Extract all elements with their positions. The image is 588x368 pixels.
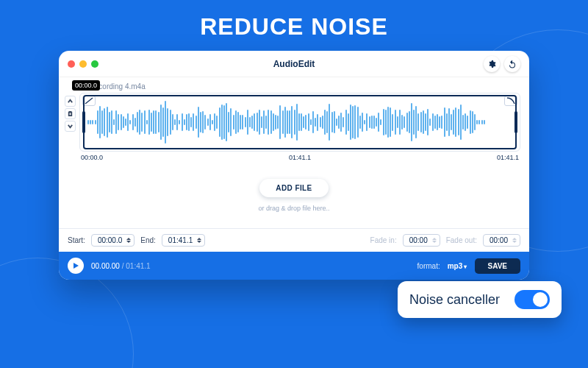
dropzone[interactable]: ADD FILE or drag & drop file here.. xyxy=(59,166,529,228)
time-current: 00.00.00 xyxy=(91,262,120,270)
fadein-label: Fade in: xyxy=(370,236,397,244)
noise-canceller-toggle[interactable] xyxy=(514,290,550,309)
titlebar: AudioEdit xyxy=(59,51,529,77)
noise-canceller-label: Noise canceller xyxy=(409,292,500,308)
time-total: 01:41.1 xyxy=(126,262,150,270)
hover-timestamp-badge: 00:00.0 xyxy=(72,80,100,91)
file-tabs: ew Recording 4.m4a xyxy=(59,77,529,93)
app-title: AudioEdit xyxy=(59,59,529,69)
fadein-stepper[interactable]: 00:00 xyxy=(403,234,440,247)
move-down-button[interactable] xyxy=(65,121,76,132)
end-time-value: 01:41.1 xyxy=(165,236,196,244)
start-time-stepper[interactable]: 00:00.0 xyxy=(91,234,135,247)
fadein-value: 00:00 xyxy=(406,236,431,244)
noise-canceller-card: Noise canceller xyxy=(398,281,562,318)
stepper-arrows-icon xyxy=(512,238,517,243)
format-label: format: xyxy=(417,262,440,270)
fadeout-value: 00:00 xyxy=(487,236,511,244)
play-icon xyxy=(72,262,79,269)
play-button[interactable] xyxy=(68,258,84,274)
stepper-arrows-icon xyxy=(432,238,437,243)
fadeout-label: Fade out: xyxy=(446,236,477,244)
start-label: Start: xyxy=(68,236,85,244)
waveform-area[interactable] xyxy=(79,93,520,152)
delete-button[interactable] xyxy=(65,108,76,119)
start-time-value: 00:00.0 xyxy=(95,236,125,244)
stepper-arrows-icon xyxy=(126,238,131,243)
dropzone-hint: or drag & drop file here.. xyxy=(59,205,529,212)
timeline-mid: 01:41.1 xyxy=(289,154,311,161)
end-time-stepper[interactable]: 01:41.1 xyxy=(162,234,205,247)
waveform xyxy=(87,93,512,151)
save-button[interactable]: SAVE xyxy=(475,258,521,274)
timeline-start: 00:00.0 xyxy=(81,154,103,161)
stepper-arrows-icon xyxy=(197,238,201,243)
time-counter: 00.00.00 / 01:41.1 xyxy=(91,262,151,270)
selection-handle-left[interactable] xyxy=(82,111,85,133)
trim-toolbar: Start: 00:00.0 End: 01:41.1 Fade in: 00:… xyxy=(59,228,529,252)
timeline-end: 01:41.1 xyxy=(497,154,519,161)
playbar: 00.00.00 / 01:41.1 format: mp3 SAVE xyxy=(59,252,529,280)
hero-title: REDUCE NOISE xyxy=(0,0,588,51)
move-up-button[interactable] xyxy=(65,96,76,107)
end-label: End: xyxy=(140,236,156,244)
waveform-editor: 00:00.0 01:41.1 01:41.1 xyxy=(79,93,520,161)
fadeout-stepper[interactable]: 00:00 xyxy=(483,234,520,247)
timeline: 00:00.0 01:41.1 01:41.1 xyxy=(79,152,520,161)
editor-side-tools xyxy=(65,96,76,132)
add-file-button[interactable]: ADD FILE xyxy=(259,179,328,197)
selection-handle-right[interactable] xyxy=(514,111,517,133)
app-window: AudioEdit 00:00.0 ew Recording 4.m4a xyxy=(59,51,529,280)
format-select[interactable]: mp3 xyxy=(448,262,467,270)
